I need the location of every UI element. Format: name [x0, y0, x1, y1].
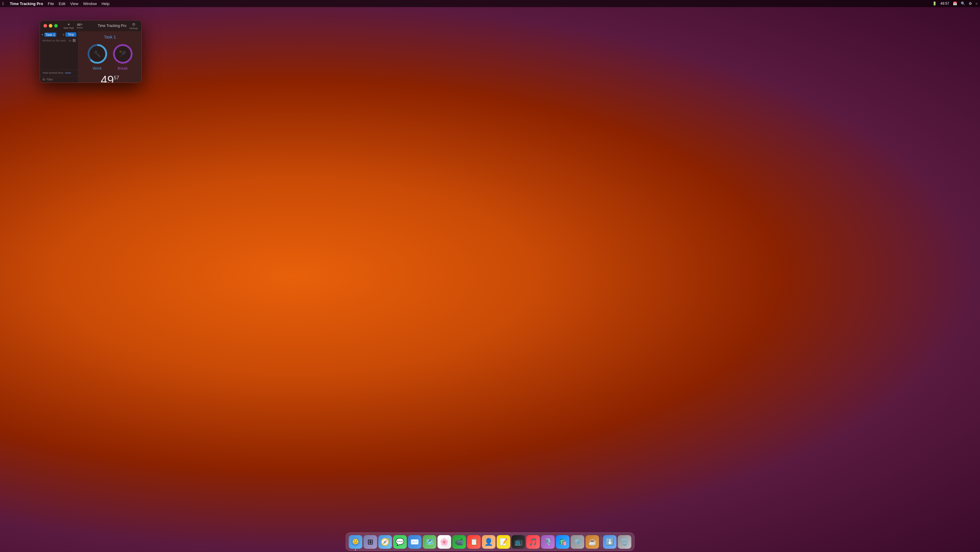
new-task-label: New Task [64, 27, 74, 29]
app-window: + New Task All ▾ Show Time Tracking Pro … [40, 20, 142, 83]
traffic-lights [43, 24, 58, 27]
right-content: Task 1 🔧 W [78, 31, 142, 83]
chevron-down-icon: ▾ [81, 23, 83, 26]
total-worked-label: Total worked time: [42, 71, 64, 74]
menubar-view[interactable]: View [70, 2, 78, 6]
break-tennis-icon: 🎾 [119, 50, 126, 57]
hamburger-icon[interactable]: ≡ [62, 33, 64, 37]
chart-icon[interactable]: 📊 [73, 39, 76, 42]
menubar-app-name: Time Tracking Pro [10, 2, 43, 6]
all-show-button[interactable]: All ▾ Show [77, 23, 83, 29]
left-panel: ▾ Task 1 ≡ Stop Worked on this task: 3s … [40, 31, 78, 83]
minimize-button[interactable] [49, 24, 52, 27]
timer-main: 49 [100, 74, 114, 83]
maximize-button[interactable] [54, 24, 58, 27]
task-expand-arrow[interactable]: ▾ [42, 33, 43, 36]
menubar-left:  Time Tracking Pro File Edit View Windo… [2, 1, 110, 6]
window-body: ▾ Task 1 ≡ Stop Worked on this task: 3s … [40, 31, 142, 83]
settings-icon: ⚙ [132, 22, 135, 27]
settings-button[interactable]: ⚙ Settings [129, 22, 138, 30]
work-wrench-icon: 🔧 [94, 50, 101, 57]
work-break-row: 🔧 Work 🎾 [87, 43, 133, 70]
new-task-button[interactable]: + New Task [64, 22, 74, 29]
timer-sub: 57 [114, 75, 119, 81]
close-button[interactable] [43, 24, 47, 27]
stop-button[interactable]: Stop [65, 32, 76, 37]
break-label: Break [118, 66, 128, 70]
filter-row[interactable]: ⚙ Filter [40, 76, 78, 83]
all-label: All [77, 23, 81, 26]
task-title: Task 1 [104, 35, 116, 39]
menubar-edit[interactable]: Edit [59, 2, 65, 6]
work-button[interactable]: 🔧 Work [87, 43, 108, 70]
right-panel: Task 1 🔧 W [78, 31, 142, 83]
break-button[interactable]: 🎾 Break [113, 43, 133, 70]
timer-display: 49 57 [100, 74, 119, 83]
show-label: Show [77, 26, 83, 29]
worked-label: Worked on this task: [42, 39, 66, 42]
task-list[interactable] [40, 43, 78, 69]
work-label: Work [92, 66, 102, 70]
filter-label: Filter [46, 78, 53, 81]
menubar-help[interactable]: Help [102, 2, 110, 6]
task-name-selected[interactable]: Task 1 [45, 33, 56, 37]
apple-menu[interactable]:  [2, 1, 4, 6]
menubar-file[interactable]: File [48, 2, 54, 6]
titlebar: + New Task All ▾ Show Time Tracking Pro … [40, 21, 142, 31]
total-worked-row: Total worked time: none [40, 69, 78, 76]
window-title: Time Tracking Pro [98, 24, 126, 28]
worked-time: 3s [68, 39, 71, 42]
plus-icon: + [67, 22, 70, 26]
filter-icon: ⚙ [42, 78, 45, 81]
settings-label: Settings [129, 27, 138, 30]
menubar:  Time Tracking Pro File Edit View Windo… [0, 0, 490, 7]
menubar-window[interactable]: Window [83, 2, 97, 6]
total-worked-value: none [65, 71, 71, 74]
